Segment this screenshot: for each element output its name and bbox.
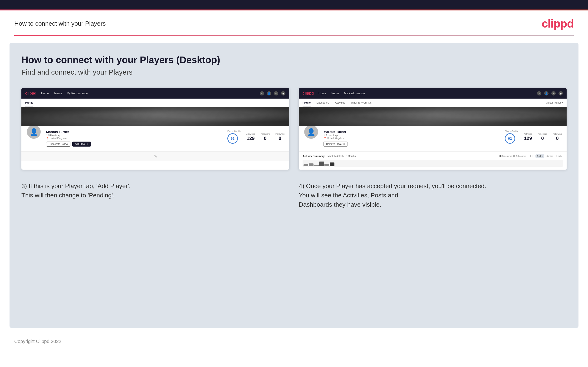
right-tab-bar: Profile Dashboard Activities What To Wor… [299,99,567,107]
right-quality-label: Player Quality [505,130,518,132]
content-subtitle: Find and connect with your Players [21,68,567,76]
right-followers-label: Followers [538,133,547,135]
left-activities-label: Activities [246,133,255,135]
right-player-quality: Player Quality 92 [505,130,518,144]
descriptions-row: 3) If this is your Player tap, 'Add Play… [21,182,567,209]
right-profile-name: Marcus Turner [323,130,500,134]
right-profile-location: 📍 United Kingdom [323,137,500,140]
right-nav-teams[interactable]: Teams [331,92,339,95]
main-content: How to connect with your Players (Deskto… [9,43,579,328]
clippd-logo: clippd [542,17,574,30]
right-stats-row: Player Quality 92 Activities 129 Followe… [505,130,562,144]
page-title: How to connect with your Players [14,20,106,27]
chart-bar-3 [314,165,319,166]
page-footer: Copyright Clippd 2022 [0,335,588,348]
description-right-text: 4) Once your Player has accepted your re… [299,182,567,209]
chart-bar-6 [330,162,334,166]
description-left: 3) If this is your Player tap, 'Add Play… [21,182,289,209]
right-tab-dashboard[interactable]: Dashboard [316,99,329,106]
search-icon[interactable]: ⌕ [260,91,264,95]
left-activities-value: 129 [246,136,255,141]
filter-1mth[interactable]: 1 mth [555,154,563,158]
left-followers-label: Followers [260,133,270,135]
right-avatar-icon: 👤 [307,128,315,136]
activity-header: Activity Summary Monthly Activity · 6 Mo… [303,154,563,158]
left-nav-myperformance[interactable]: My Performance [67,92,87,95]
right-tab-activities[interactable]: Activities [335,99,345,106]
right-marcus-dropdown[interactable]: Marcus Turner ▾ [546,101,563,104]
settings-icon[interactable]: ⚙ [274,91,278,95]
left-nav-home[interactable]: Home [41,92,49,95]
screenshots-row: clippd Home Teams My Performance ⌕ 👤 ⚙ ◉… [21,88,567,170]
right-search-icon[interactable]: ⌕ [537,91,541,95]
right-settings-icon[interactable]: ⚙ [551,91,556,95]
right-tab-whattoworkon[interactable]: What To Work On [351,99,371,106]
left-following-value: 0 [276,136,285,141]
description-right: 4) Once your Player has accepted your re… [299,182,567,209]
chart-bar-2 [309,163,313,166]
chart-bar-4 [319,161,324,166]
right-app-logo: clippd [303,91,314,95]
left-followers-value: 0 [260,136,270,141]
left-profile-location: 📍 United Kingdom [46,137,223,140]
remove-x-icon: ✕ [343,143,345,145]
on-course-dot [500,155,502,157]
left-tab-bar: Profile [21,99,289,107]
right-avatar: 👤 [303,124,319,139]
left-profile-buttons: Request to Follow Add Player + [46,142,223,147]
header-divider [14,35,574,36]
right-hero-banner [299,107,567,126]
screenshot-left: clippd Home Teams My Performance ⌕ 👤 ⚙ ◉… [21,88,289,170]
activity-controls: On course Off course 1 yr 6 mths 3 mths [500,154,563,158]
right-following-label: Following [553,133,562,135]
left-app-logo: clippd [25,91,36,95]
activity-title: Activity Summary [303,155,325,158]
left-profile-name: Marcus Turner [46,130,223,134]
left-avatar: 👤 [26,124,41,139]
add-player-button[interactable]: Add Player + [72,142,91,147]
remove-player-button[interactable]: Remove Player ✕ [323,142,348,147]
right-tab-profile[interactable]: Profile [303,99,311,106]
left-nav-teams[interactable]: Teams [53,92,62,95]
right-nav-myperformance[interactable]: My Performance [344,92,365,95]
right-nav-icons: ⌕ 👤 ⚙ ◉ [537,91,563,95]
chart-bar-5 [324,164,329,166]
left-profile-info: Marcus Turner 1-5 Handicap 📍 United King… [46,130,223,147]
activity-title-area: Activity Summary Monthly Activity · 6 Mo… [303,155,356,158]
right-quality-circle: 92 [505,133,515,144]
left-scroll-indicator: ✎ [21,151,289,161]
location-pin-icon: 📍 [46,137,49,140]
right-profile-buttons: Remove Player ✕ [323,142,500,147]
profile-icon[interactable]: ◉ [281,91,285,95]
right-user-icon[interactable]: 👤 [544,91,548,95]
left-followers-stat: Followers 0 [260,133,270,141]
top-bar [0,0,588,9]
request-follow-button[interactable]: Request to Follow [46,142,70,147]
content-title: How to connect with your Players (Deskto… [21,55,567,65]
time-filters: 1 yr 6 mths 3 mths 1 mth [528,154,563,158]
right-profile-info: Marcus Turner 1-5 Handicap 📍 United King… [323,130,500,147]
chart-bar-1 [303,164,308,166]
right-location-pin-icon: 📍 [323,137,326,140]
left-player-quality: Player Quality 92 [227,130,241,144]
filter-6mths[interactable]: 6 mths [536,154,544,158]
left-stats-row: Player Quality 92 Activities 129 Followe… [227,130,285,144]
left-following-label: Following [276,133,285,135]
right-activities-label: Activities [524,133,532,135]
left-activities-stat: Activities 129 [246,133,255,141]
right-following-value: 0 [553,136,562,141]
right-following-stat: Following 0 [553,133,562,141]
off-course-dot [513,155,515,157]
user-icon[interactable]: 👤 [267,91,271,95]
activity-chart [303,160,563,167]
screenshot-right: clippd Home Teams My Performance ⌕ 👤 ⚙ ◉… [299,88,567,170]
right-profile-icon[interactable]: ◉ [559,91,563,95]
legend-on-course: On course [500,155,512,157]
right-nav-home[interactable]: Home [319,92,326,95]
left-nav-icons: ⌕ 👤 ⚙ ◉ [260,91,285,95]
right-profile-handicap: 1-5 Handicap [323,134,500,137]
left-tab-profile[interactable]: Profile [25,99,33,106]
filter-3mths[interactable]: 3 mths [545,154,554,158]
left-quality-label: Player Quality [227,130,241,132]
filter-1yr[interactable]: 1 yr [528,154,535,158]
